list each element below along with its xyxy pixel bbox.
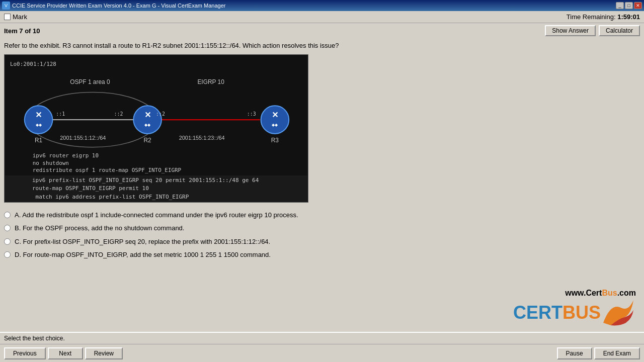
svg-text:::1: ::1	[56, 111, 65, 117]
svg-text:✕: ✕	[272, 111, 278, 119]
answers-area: A. Add the redistribute ospf 1 include-c…	[4, 209, 640, 265]
show-answer-button[interactable]: Show Answer	[545, 25, 596, 36]
svg-text:R1: R1	[35, 137, 43, 144]
next-button[interactable]: Next	[48, 347, 83, 359]
maximize-button[interactable]: □	[625, 2, 633, 9]
svg-point-10	[133, 106, 162, 134]
bottom-nav: Previous Next Review Pause End Exam	[0, 344, 644, 362]
svg-point-7	[25, 106, 53, 134]
svg-text:Lo0:2001:1/128: Lo0:2001:1/128	[10, 61, 56, 67]
svg-text:✕: ✕	[35, 111, 42, 119]
time-area: Time Remaining: 1:59:01	[567, 13, 640, 21]
question-text: Refer to the exhibit. R3 cannot install …	[4, 41, 640, 50]
calculator-button[interactable]: Calculator	[599, 25, 640, 36]
title-bar-controls[interactable]: _ □ ✕	[616, 2, 642, 9]
status-bar: Select the best choice.	[0, 332, 644, 344]
question-bar: Item 7 of 10 Show Answer Calculator	[0, 23, 644, 38]
svg-text:EIGRP 10: EIGRP 10	[197, 78, 224, 85]
question-area: Refer to the exhibit. R3 cannot install …	[0, 38, 644, 285]
watermark-area: www.CertBus.com CERTBUS	[0, 285, 644, 332]
certbus-bird-icon	[601, 298, 636, 328]
title-bar-text: CCIE Service Provider Written Exam Versi…	[12, 3, 225, 9]
svg-text:::2: ::2	[114, 111, 123, 117]
bottom-right-nav: Pause End Exam	[557, 347, 640, 359]
certbus-logo: www.CertBus.com CERTBUS	[513, 289, 636, 328]
svg-text:✕: ✕	[144, 111, 151, 119]
mark-area: Mark	[4, 13, 27, 21]
svg-text:R2: R2	[144, 137, 152, 144]
main-content: Mark Time Remaining: 1:59:01 Item 7 of 1…	[0, 11, 644, 362]
answer-radio-d[interactable]	[4, 251, 11, 258]
answer-radio-c[interactable]	[4, 238, 11, 245]
item-count: Item 7 of 10	[4, 27, 40, 35]
svg-point-13	[261, 106, 289, 134]
svg-text:◆◆: ◆◆	[272, 123, 278, 127]
end-exam-button[interactable]: End Exam	[594, 347, 640, 359]
top-bar: Mark Time Remaining: 1:59:01	[0, 11, 644, 23]
previous-button[interactable]: Previous	[4, 347, 46, 359]
pause-button[interactable]: Pause	[557, 347, 592, 359]
answer-text-d: D. For route-map OSPF_INTO_EIGRP, add th…	[15, 250, 271, 259]
answer-text-c: C. For prefix-list OSPF_INTO_EIGRP seq 2…	[15, 237, 270, 246]
review-button[interactable]: Review	[85, 347, 123, 359]
time-remaining: 1:59:01	[617, 13, 640, 21]
answer-text-b: B. For the OSPF process, add the no shut…	[15, 224, 184, 233]
answer-option-d: D. For route-map OSPF_INTO_EIGRP, add th…	[4, 250, 640, 259]
button-group: Show Answer Calculator	[545, 25, 640, 36]
svg-text:2001:155:1:12::/64: 2001:155:1:12::/64	[60, 135, 106, 141]
certbus-main-text: CERTBUS	[513, 302, 601, 323]
svg-text:redistribute ospf 1 route-map : redistribute ospf 1 route-map OSPF_INTO_…	[33, 167, 182, 174]
svg-text:no shutdown: no shutdown	[33, 160, 69, 166]
svg-text:2001:155:1:23::/64: 2001:155:1:23::/64	[179, 135, 225, 141]
status-text: Select the best choice.	[4, 335, 65, 342]
svg-text:◆◆: ◆◆	[144, 123, 151, 127]
close-button[interactable]: ✕	[634, 2, 642, 9]
bottom-left-nav: Previous Next Review	[4, 347, 123, 359]
answer-option-c: C. For prefix-list OSPF_INTO_EIGRP seq 2…	[4, 237, 640, 246]
answer-radio-b[interactable]	[4, 225, 11, 231]
svg-text:R3: R3	[271, 137, 279, 144]
app-icon: V	[2, 2, 10, 10]
minimize-button[interactable]: _	[616, 2, 624, 9]
time-label: Time Remaining:	[567, 13, 616, 21]
mark-checkbox[interactable]	[4, 14, 11, 20]
answer-option-a: A. Add the redistribute ospf 1 include-c…	[4, 211, 640, 220]
certbus-url: www.CertBus.com	[513, 289, 636, 298]
exhibit-container: Lo0:2001:1/128 OSPF 1 area 0 EIGRP 10 ✕ …	[4, 54, 308, 203]
svg-text:◆◆: ◆◆	[36, 123, 42, 127]
svg-text:::2: ::2	[156, 111, 165, 117]
svg-text:ipv6 router eigrp 10: ipv6 router eigrp 10	[33, 152, 99, 159]
answer-radio-a[interactable]	[4, 212, 11, 218]
svg-text:::3: ::3	[247, 111, 256, 117]
svg-text:OSPF 1 area 0: OSPF 1 area 0	[70, 78, 110, 85]
mark-label: Mark	[13, 13, 27, 21]
answer-text-a: A. Add the redistribute ospf 1 include-c…	[15, 211, 298, 220]
title-bar-left: V CCIE Service Provider Written Exam Ver…	[2, 2, 225, 10]
title-bar: V CCIE Service Provider Written Exam Ver…	[0, 0, 644, 11]
answer-option-b: B. For the OSPF process, add the no shut…	[4, 224, 640, 233]
